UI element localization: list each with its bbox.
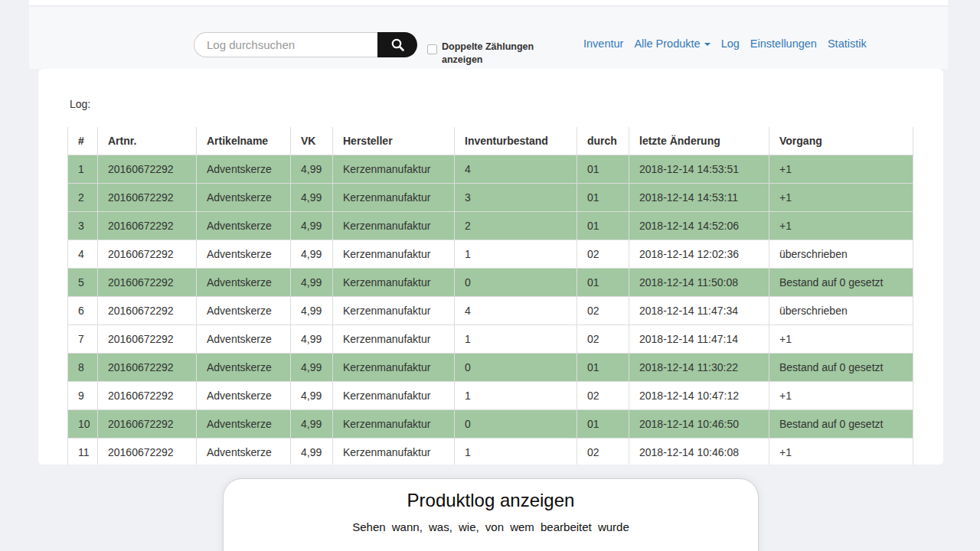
cell-vorgang: +1 [769, 439, 913, 465]
cell-artikelname: Adventskerze [197, 212, 291, 240]
cell-inventurbestand: 4 [455, 155, 577, 184]
cell-artikelname: Adventskerze [197, 410, 291, 439]
cell-artnr: 20160672292 [98, 240, 197, 269]
column-header-num: # [68, 127, 98, 155]
cell-num: 2 [68, 184, 98, 212]
cell-artikelname: Adventskerze [197, 269, 291, 297]
cell-num: 9 [68, 382, 98, 410]
duplicate-counts-label[interactable]: Doppelte Zählungen anzeigen [442, 41, 537, 67]
cell-vk: 4,99 [291, 155, 333, 184]
cell-vorgang: überschrieben [769, 240, 913, 269]
cell-num: 7 [68, 325, 98, 354]
nav-item-log[interactable]: Log [721, 37, 740, 50]
nav-item-einstellungen[interactable]: Einstellungen [750, 37, 817, 50]
cell-vk: 4,99 [291, 212, 333, 240]
table-row[interactable]: 3 20160672292 Adventskerze 4,99 Kerzenma… [68, 212, 913, 240]
duplicate-counts-checkbox[interactable] [427, 44, 437, 54]
cell-durch: 01 [577, 269, 629, 297]
cell-letzte-aenderung: 2018-12-14 11:47:14 [629, 325, 769, 354]
table-row[interactable]: 4 20160672292 Adventskerze 4,99 Kerzenma… [68, 240, 913, 269]
produktlog-tooltip: Produktlog anzeigen Sehen wann, was, wie… [223, 478, 759, 551]
cell-inventurbestand: 1 [455, 325, 577, 354]
cell-hersteller: Kerzenmanufaktur [333, 297, 455, 325]
cell-inventurbestand: 0 [455, 269, 577, 297]
table-row[interactable]: 6 20160672292 Adventskerze 4,99 Kerzenma… [68, 297, 913, 325]
cell-letzte-aenderung: 2018-12-14 11:47:34 [629, 297, 769, 325]
table-header-row: # Artnr. Artikelname VK Hersteller Inven… [68, 127, 913, 155]
cell-durch: 02 [577, 240, 629, 269]
cell-artnr: 20160672292 [98, 155, 197, 184]
cell-artikelname: Adventskerze [197, 297, 291, 325]
nav-item-statistik[interactable]: Statistik [828, 37, 867, 50]
cell-vorgang: +1 [769, 325, 913, 354]
cell-hersteller: Kerzenmanufaktur [333, 354, 455, 382]
cell-letzte-aenderung: 2018-12-14 14:52:06 [629, 212, 769, 240]
cell-inventurbestand: 0 [455, 354, 577, 382]
cell-vorgang: +1 [769, 212, 913, 240]
log-table: # Artnr. Artikelname VK Hersteller Inven… [67, 127, 913, 465]
cell-num: 5 [68, 269, 98, 297]
table-row[interactable]: 11 20160672292 Adventskerze 4,99 Kerzenm… [68, 439, 913, 465]
cell-durch: 01 [577, 155, 629, 184]
cell-inventurbestand: 3 [455, 184, 577, 212]
cell-hersteller: Kerzenmanufaktur [333, 240, 455, 269]
cell-artikelname: Adventskerze [197, 439, 291, 465]
cell-vorgang: +1 [769, 155, 913, 184]
cell-hersteller: Kerzenmanufaktur [333, 212, 455, 240]
cell-vk: 4,99 [291, 325, 333, 354]
cell-hersteller: Kerzenmanufaktur [333, 439, 455, 465]
cell-hersteller: Kerzenmanufaktur [333, 155, 455, 184]
log-section-label: Log: [70, 98, 90, 110]
content-panel: Log: # Artnr. Artikelname VK Hersteller … [38, 69, 943, 465]
cell-vk: 4,99 [291, 184, 333, 212]
cell-artikelname: Adventskerze [197, 155, 291, 184]
cell-artnr: 20160672292 [98, 354, 197, 382]
cell-vorgang: +1 [769, 184, 913, 212]
nav-item-alle-produkte-label: Alle Produkte [634, 37, 700, 50]
cell-artnr: 20160672292 [98, 382, 197, 410]
cell-letzte-aenderung: 2018-12-14 10:47:12 [629, 382, 769, 410]
search-button[interactable] [377, 32, 417, 57]
nav-item-inventur[interactable]: Inventur [583, 37, 623, 50]
page-top-strip [29, 0, 948, 6]
cell-durch: 02 [577, 325, 629, 354]
cell-vorgang: +1 [769, 382, 913, 410]
cell-hersteller: Kerzenmanufaktur [333, 184, 455, 212]
cell-num: 8 [68, 354, 98, 382]
cell-vk: 4,99 [291, 297, 333, 325]
cell-hersteller: Kerzenmanufaktur [333, 410, 455, 439]
table-row[interactable]: 10 20160672292 Adventskerze 4,99 Kerzenm… [68, 410, 913, 439]
cell-vk: 4,99 [291, 410, 333, 439]
cell-num: 1 [68, 155, 98, 184]
cell-inventurbestand: 1 [455, 439, 577, 465]
cell-hersteller: Kerzenmanufaktur [333, 269, 455, 297]
cell-letzte-aenderung: 2018-12-14 10:46:08 [629, 439, 769, 465]
column-header-hersteller: Hersteller [333, 127, 455, 155]
cell-inventurbestand: 1 [455, 240, 577, 269]
cell-inventurbestand: 0 [455, 410, 577, 439]
cell-num: 10 [68, 410, 98, 439]
cell-num: 3 [68, 212, 98, 240]
table-row[interactable]: 7 20160672292 Adventskerze 4,99 Kerzenma… [68, 325, 913, 354]
cell-inventurbestand: 4 [455, 297, 577, 325]
search-input[interactable] [194, 32, 377, 57]
table-row[interactable]: 8 20160672292 Adventskerze 4,99 Kerzenma… [68, 354, 913, 382]
main-nav: Inventur Alle Produkte Log Einstellungen… [583, 37, 867, 50]
cell-vk: 4,99 [291, 382, 333, 410]
cell-durch: 02 [577, 439, 629, 465]
cell-durch: 02 [577, 297, 629, 325]
tooltip-subtitle: Sehen wann, was, wie, von wem bearbeitet… [224, 520, 758, 533]
cell-vk: 4,99 [291, 439, 333, 465]
cell-vorgang: Bestand auf 0 gesetzt [769, 410, 913, 439]
cell-letzte-aenderung: 2018-12-14 14:53:11 [629, 184, 769, 212]
table-row[interactable]: 9 20160672292 Adventskerze 4,99 Kerzenma… [68, 382, 913, 410]
table-row[interactable]: 2 20160672292 Adventskerze 4,99 Kerzenma… [68, 184, 913, 212]
table-row[interactable]: 1 20160672292 Adventskerze 4,99 Kerzenma… [68, 155, 913, 184]
cell-artikelname: Adventskerze [197, 184, 291, 212]
column-header-letzte-aenderung: letzte Änderung [629, 127, 769, 155]
cell-vorgang: überschrieben [769, 297, 913, 325]
cell-artnr: 20160672292 [98, 297, 197, 325]
cell-hersteller: Kerzenmanufaktur [333, 325, 455, 354]
table-row[interactable]: 5 20160672292 Adventskerze 4,99 Kerzenma… [68, 269, 913, 297]
nav-item-alle-produkte[interactable]: Alle Produkte [634, 37, 710, 50]
